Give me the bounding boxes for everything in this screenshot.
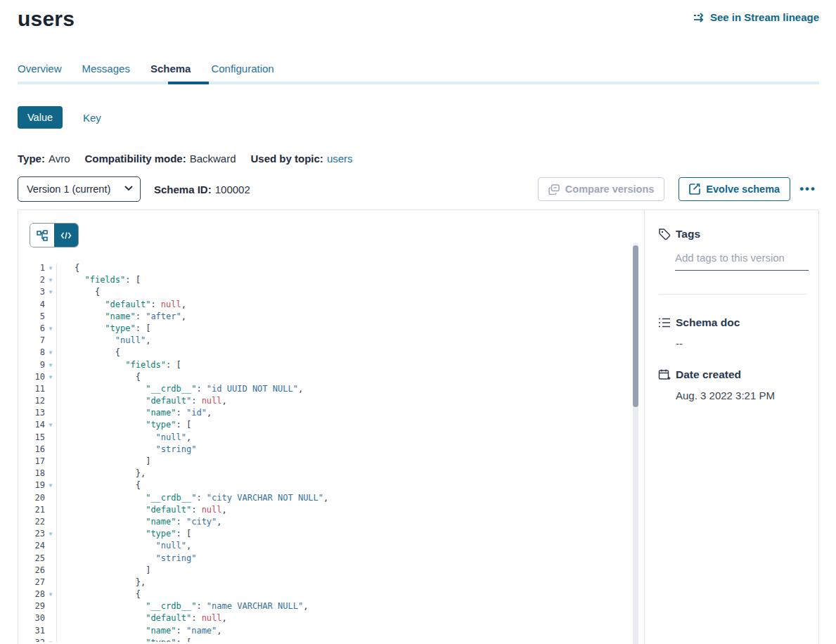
code-line: 13 "name": "id", — [18, 407, 644, 419]
schema-doc-value: -- — [676, 337, 807, 349]
line-number: 1 — [18, 262, 45, 274]
line-number: 4 — [18, 299, 45, 311]
more-options-button[interactable]: ••• — [797, 177, 819, 201]
line-number: 15 — [18, 432, 45, 444]
fold-spacer — [45, 577, 56, 588]
fold-spacer — [45, 565, 56, 577]
key-toggle-button[interactable]: Key — [83, 112, 101, 124]
line-number: 27 — [18, 577, 45, 588]
line-number: 18 — [18, 468, 45, 479]
line-number: 5 — [18, 311, 45, 323]
code-line: 15 "null", — [18, 432, 644, 444]
fold-spacer — [45, 335, 56, 347]
fold-spacer — [45, 600, 56, 612]
editor-toolbar — [18, 210, 644, 247]
line-number: 12 — [18, 395, 45, 407]
code-line: 17 ] — [18, 456, 644, 468]
fold-spacer — [45, 504, 56, 516]
line-number: 6 — [18, 323, 45, 335]
fold-toggle-icon[interactable]: ▼ — [45, 274, 56, 286]
line-number: 21 — [18, 504, 45, 516]
schema-editor: 1▼{2▼ "fields": [3▼ {4 "default": null,5… — [18, 210, 644, 644]
topic-link[interactable]: users — [327, 153, 353, 165]
code-view-icon — [60, 231, 72, 240]
value-toggle-button[interactable]: Value — [18, 106, 63, 129]
fold-toggle-icon[interactable]: ▼ — [45, 588, 56, 600]
fold-spacer — [45, 383, 56, 395]
line-number: 10 — [18, 371, 45, 383]
fold-toggle-icon[interactable]: ▼ — [45, 479, 56, 491]
fold-toggle-icon[interactable]: ▼ — [45, 286, 56, 298]
doc-list-icon — [658, 317, 671, 328]
fold-toggle-icon[interactable]: ▼ — [45, 637, 56, 642]
fold-spacer — [45, 540, 56, 552]
line-number: 2 — [18, 274, 45, 286]
tags-input[interactable] — [675, 252, 809, 271]
schema-meta-row: Type:Avro Compatibility mode:Backward Us… — [18, 153, 819, 165]
code-line: 22 "name": "city", — [18, 516, 644, 528]
stream-lineage-link[interactable]: See in Stream lineage — [693, 11, 819, 23]
tab-bar: OverviewMessagesSchemaConfiguration — [18, 63, 819, 75]
fold-toggle-icon[interactable]: ▼ — [45, 371, 56, 383]
tab-configuration[interactable]: Configuration — [211, 63, 274, 75]
code-line: 9▼ "fields": [ — [18, 359, 644, 371]
line-number: 24 — [18, 540, 45, 552]
fold-spacer — [45, 492, 56, 504]
code-line: 19▼ { — [18, 479, 644, 491]
tab-messages[interactable]: Messages — [82, 63, 130, 75]
version-select-wrap: Version 1 (current) — [18, 176, 141, 202]
evolve-schema-button[interactable]: Evolve schema — [679, 177, 790, 201]
fold-toggle-icon[interactable]: ▼ — [45, 323, 56, 335]
version-select[interactable]: Version 1 (current) — [18, 176, 141, 202]
code-line: 24 "null", — [18, 540, 644, 552]
schema-doc-section: Schema doc -- — [658, 316, 807, 349]
compare-versions-button[interactable]: Compare versions — [538, 177, 665, 201]
fold-spacer — [45, 407, 56, 419]
code-line: 5 "name": "after", — [18, 311, 644, 323]
fold-spacer — [45, 299, 56, 311]
fold-spacer — [45, 395, 56, 407]
line-number: 11 — [18, 383, 45, 395]
schema-part-toggle: Value Key — [18, 106, 819, 129]
fold-toggle-icon[interactable]: ▼ — [45, 347, 56, 359]
code-line: 11 "__crdb__": "id UUID NOT NULL", — [18, 383, 644, 395]
code-line: 10▼ { — [18, 371, 644, 383]
fold-spacer — [45, 553, 56, 565]
code-line: 32▼ "type": [ — [18, 637, 644, 642]
used-by-topic-field: Used by topic:users — [251, 153, 353, 165]
line-number: 8 — [18, 347, 45, 359]
code-line: 16 "string" — [18, 444, 644, 456]
code-line: 23▼ "type": [ — [18, 528, 644, 540]
editor-scrollbar[interactable] — [633, 243, 638, 644]
fold-toggle-icon[interactable]: ▼ — [45, 359, 56, 371]
tab-overview[interactable]: Overview — [18, 63, 62, 75]
code-line: 27 }, — [18, 577, 644, 588]
line-number: 13 — [18, 407, 45, 419]
line-number: 23 — [18, 528, 45, 540]
tag-icon — [658, 228, 671, 240]
line-number: 20 — [18, 492, 45, 504]
code-line: 29 "__crdb__": "name VARCHAR NULL", — [18, 600, 644, 612]
line-number: 7 — [18, 335, 45, 347]
tree-view-button[interactable] — [30, 224, 54, 247]
compare-icon — [548, 184, 560, 195]
fold-spacer — [45, 516, 56, 528]
code-line: 8▼ { — [18, 347, 644, 359]
line-number: 14 — [18, 419, 45, 431]
code-line: 1▼{ — [18, 262, 644, 274]
fold-spacer — [45, 625, 56, 637]
scrollbar-thumb[interactable] — [633, 245, 638, 407]
code-editor-content[interactable]: 1▼{2▼ "fields": [3▼ {4 "default": null,5… — [18, 262, 644, 642]
fold-spacer — [45, 456, 56, 468]
fold-toggle-icon[interactable]: ▼ — [45, 528, 56, 540]
view-toggle-group — [30, 223, 79, 247]
tab-schema[interactable]: Schema — [150, 63, 191, 75]
code-view-button[interactable] — [54, 224, 78, 247]
schema-detail-panel: 1▼{2▼ "fields": [3▼ {4 "default": null,5… — [18, 210, 819, 644]
fold-spacer — [45, 468, 56, 479]
line-number: 31 — [18, 625, 45, 637]
line-number: 28 — [18, 588, 45, 600]
fold-toggle-icon[interactable]: ▼ — [45, 262, 56, 274]
line-number: 29 — [18, 600, 45, 612]
fold-toggle-icon[interactable]: ▼ — [45, 419, 56, 431]
